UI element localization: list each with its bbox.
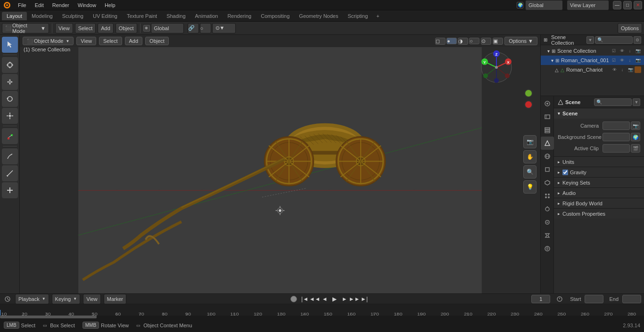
vp-xray-btn[interactable]: ▣ [493,38,503,45]
tab-texture-paint[interactable]: Texture Paint [122,12,162,20]
bg-scene-value[interactable] [603,133,630,141]
chariot001-render-icon[interactable]: 📷 [635,57,641,64]
collection-render-icon[interactable]: 📷 [635,48,641,54]
tool-add-object[interactable] [2,182,18,198]
orb-green[interactable] [524,89,533,97]
bg-scene-picker-btn[interactable]: 🌍 [631,133,640,141]
record-btn[interactable] [290,296,297,302]
keying-btn[interactable]: Keying ▼ [52,294,81,304]
window-maximize-btn[interactable]: □ [623,1,632,9]
vp-add-btn[interactable]: Add [125,37,143,45]
menu-render[interactable]: Render [49,1,73,9]
prop-tab-modifier[interactable] [541,176,554,189]
tab-uv-editing[interactable]: UV Editing [88,12,122,20]
outliner-settings-icon[interactable]: ⚙ [634,36,641,44]
tab-modeling[interactable]: Modeling [27,12,58,20]
vp-select-btn[interactable]: Select [99,37,122,45]
timer-icon[interactable] [555,294,564,304]
prop-search-input[interactable] [594,98,632,106]
tl-prev-keyframe-btn[interactable]: ◄ [321,295,329,303]
collection-exclude-icon[interactable]: ☑ [611,48,617,54]
tab-scripting[interactable]: Scripting [343,12,372,20]
menu-file[interactable]: File [14,1,30,9]
outliner-row-scene-collection[interactable]: ▾ ⊞ Scene Collection ☑ 👁 ↓ 📷 [541,46,644,56]
prop-tab-render[interactable] [541,97,554,110]
tool-cursor[interactable] [2,57,18,73]
prop-tab-output[interactable] [541,110,554,123]
snap-btn[interactable]: 🔗 [188,23,199,33]
timeline-icon[interactable] [3,294,12,304]
vp-hand-icon[interactable]: ✋ [523,150,537,163]
current-frame-input[interactable]: 1 [531,295,550,303]
timeline-scrollbar[interactable] [0,316,644,318]
gravity-section-header[interactable]: ▸ Gravity [554,167,644,177]
start-frame-input[interactable]: 1 [585,295,603,303]
tab-layout[interactable]: Layout [2,12,27,20]
object-btn[interactable]: Object [116,23,137,33]
window-minimize-btn[interactable]: — [613,1,621,9]
vp-mode-btn[interactable]: ⬛ Object Mode ▼ [23,37,74,45]
window-close-btn[interactable]: ✕ [634,1,642,9]
end-frame-input[interactable]: 250 [622,295,641,303]
keying-sets-section-header[interactable]: ▸ Keying Sets [554,177,644,187]
vp-material-btn[interactable]: ◑ [458,38,468,45]
chariot001-exclude-icon[interactable]: ☑ [611,57,617,64]
view-timeline-btn[interactable]: View [83,294,101,304]
vp-options-btn[interactable]: Options ▼ [504,37,537,45]
vp-render-btn[interactable]: ○ [469,38,479,44]
tool-annotate[interactable] [2,148,18,164]
transform-icon[interactable]: ⊕ [143,25,150,32]
vp-zoom-icon[interactable]: 🔍 [523,165,537,178]
vp-wireframe-btn[interactable]: ◻ [435,38,446,45]
camera-value[interactable] [603,121,630,130]
vp-overlay-btn[interactable]: ⊙ [481,38,491,45]
tab-sculpting[interactable]: Sculpting [58,12,88,20]
prop-tab-data[interactable] [541,229,554,242]
rigid-body-section-header[interactable]: ▸ Rigid Body World [554,198,644,208]
mesh-restrict-icon[interactable]: 👁 [611,66,618,73]
tab-compositing[interactable]: Compositing [256,12,294,20]
timeline-content[interactable]: 10 20 30 40 50 60 70 80 90 100 [0,304,644,318]
units-section-header[interactable]: ▸ Units [554,156,644,167]
tool-rotate[interactable] [2,91,18,107]
orb-red[interactable] [524,100,533,109]
prop-tab-object[interactable] [541,163,554,176]
prop-tab-world[interactable] [541,150,554,163]
tool-measure[interactable] [2,165,18,181]
menu-window[interactable]: Window [74,1,100,9]
mesh-hide-icon[interactable]: ↓ [619,66,626,73]
camera-picker-btn[interactable]: 📷 [631,121,640,130]
nav-gizmo[interactable]: X Y Z [479,50,514,85]
vp-object-btn[interactable]: Object [145,37,169,45]
add-btn[interactable]: Add [98,23,114,33]
prop-tab-particles[interactable] [541,189,554,202]
outliner-row-chariot-001[interactable]: ▾ ⊞ Roman_Chariot_001 ☑ 👁 ↓ 📷 [541,56,644,65]
mode-selector[interactable]: ⬛ Object Mode ▼ [2,23,49,33]
tool-scale[interactable] [2,108,18,124]
tl-to-start-btn[interactable]: |◄ [301,295,309,303]
tab-rendering[interactable]: Rendering [223,12,256,20]
prop-tab-scene[interactable] [541,137,554,150]
tool-transform[interactable] [2,128,18,144]
tab-shading[interactable]: Shading [162,12,190,20]
options-btn[interactable]: Options [618,23,642,33]
select-btn[interactable]: Select [75,23,96,33]
playback-btn[interactable]: Playback ▼ [15,294,49,304]
active-clip-picker-btn[interactable]: 🎬 [631,144,640,153]
prop-tab-constraints[interactable] [541,216,554,229]
prop-tab-physics[interactable] [541,202,554,216]
viewport[interactable]: ⬛ Object Mode ▼ View Select Add Object ◻… [20,35,540,293]
chariot001-hide-icon[interactable]: ↓ [627,57,633,64]
menu-edit[interactable]: Edit [31,1,48,9]
marker-btn[interactable]: Marker [104,294,126,304]
collection-restrict-icon[interactable]: 👁 [619,48,625,54]
tl-next-frame-btn[interactable]: ►► [350,295,359,303]
tl-to-end-btn[interactable]: ►| [360,295,369,303]
tab-add-btn[interactable]: + [372,12,383,20]
prop-tab-view-layer[interactable] [541,123,554,137]
outliner-search-input[interactable] [595,36,633,44]
scene-selector[interactable]: Global [525,0,563,10]
custom-props-section-header[interactable]: ▸ Custom Properties [554,208,644,219]
collection-hide-icon[interactable]: ↓ [627,48,633,54]
tl-prev-frame-btn[interactable]: ◄◄ [311,295,319,303]
